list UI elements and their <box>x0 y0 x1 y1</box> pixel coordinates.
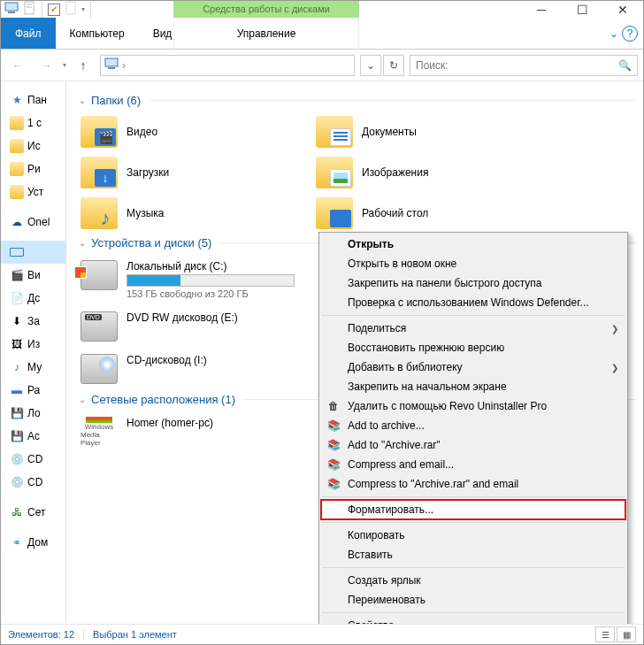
nav-ust[interactable]: Уст <box>1 180 65 203</box>
nav-documents[interactable]: 📄Дс <box>1 287 65 310</box>
maximize-button[interactable]: ☐ <box>562 0 602 22</box>
minimize-button[interactable]: ─ <box>521 0 562 22</box>
nav-1c[interactable]: 1 с <box>1 111 65 134</box>
nav-music[interactable]: ♪Му <box>1 356 65 379</box>
disk-icon: 💾 <box>10 406 24 420</box>
ctx-open-new[interactable]: Открыть в новом окне <box>321 254 625 273</box>
nav-label: Ри <box>27 163 41 175</box>
nav-label: Дс <box>27 292 40 304</box>
drive-cd[interactable]: CD-дисковод (I:) <box>79 350 309 388</box>
folder-icon <box>10 185 24 199</box>
video-icon: 🎬 <box>10 268 24 282</box>
onedrive-icon: ☁ <box>10 215 24 229</box>
ctx-shortcut[interactable]: Создать ярлык <box>321 571 625 590</box>
group-folders[interactable]: ⌄ Папки (6) <box>79 94 636 107</box>
group-label: Сетевые расположения (1) <box>91 393 235 406</box>
file-tab[interactable]: Файл <box>1 18 56 49</box>
doc-icon[interactable] <box>22 1 36 19</box>
separator <box>42 2 42 18</box>
nav-label: Ра <box>27 384 40 396</box>
contextual-header: Средства работы с дисками <box>173 1 359 18</box>
breadcrumb-bar[interactable]: › <box>100 55 355 76</box>
nav-cd1[interactable]: 💿CD <box>1 448 65 471</box>
network-icon: 🖧 <box>10 505 24 519</box>
breadcrumb-sep[interactable]: › <box>122 59 126 72</box>
qat-dropdown-icon[interactable]: ▾ <box>81 5 85 13</box>
ctx-pin-start[interactable]: Закрепить на начальном экране <box>321 377 625 396</box>
nav-is[interactable]: Ис <box>1 134 65 157</box>
ctx-library[interactable]: Добавить в библиотеку❯ <box>321 357 625 377</box>
nav-ri[interactable]: Ри <box>1 157 65 180</box>
ctx-rename[interactable]: Переименовать <box>321 590 625 610</box>
manage-tab[interactable]: Управление <box>173 18 359 50</box>
ctx-open[interactable]: Открыть <box>321 234 625 254</box>
folder-label: Загрузки <box>126 166 169 179</box>
nav-pictures[interactable]: 🖼Из <box>1 333 65 356</box>
details-view-button[interactable]: ☰ <box>595 626 615 642</box>
nav-desktop[interactable]: ▬Ра <box>1 379 65 402</box>
folder-desktop[interactable]: Рабочий стол <box>314 196 544 231</box>
navigation-pane: ★Пан 1 с Ис Ри Уст ☁Onel 🎬Ви 📄Дс ⬇За 🖼Из… <box>1 81 66 623</box>
folder-icon <box>80 157 118 188</box>
ctx-revo[interactable]: 🗑Удалить с помощью Revo Uninstaller Pro <box>321 396 625 416</box>
drive-c[interactable]: Локальный диск (C:) 153 ГБ свободно из 2… <box>79 257 309 303</box>
nav-label: Дом <box>27 536 48 549</box>
tiles-view-button[interactable]: ▦ <box>617 626 636 642</box>
nav-up-button[interactable]: ↑ <box>72 54 95 77</box>
refresh-button[interactable]: ↻ <box>383 55 404 76</box>
nav-homegroup[interactable]: ⚭Дом <box>1 531 65 554</box>
ctx-comp-email[interactable]: 📚Compress and email... <box>321 455 625 474</box>
separator <box>322 612 625 613</box>
doc-icon-2[interactable] <box>64 1 78 19</box>
ctx-paste[interactable]: Вставить <box>321 545 625 564</box>
ctx-add-rar[interactable]: 📚Add to "Archive.rar" <box>321 435 625 455</box>
nav-ac[interactable]: 💾Ас <box>1 425 65 448</box>
search-placeholder: Поиск: <box>416 59 448 72</box>
nav-cd2[interactable]: 💿CD <box>1 471 65 494</box>
help-icon[interactable]: ? <box>622 26 638 42</box>
ctx-format[interactable]: Форматировать... <box>321 500 625 519</box>
network-homer[interactable]: WindowsMedia Player Homer (homer-pc) <box>79 413 309 450</box>
nav-quick-access[interactable]: ★Пан <box>1 88 65 111</box>
nav-label: Му <box>27 361 42 373</box>
search-input[interactable]: Поиск: 🔍 <box>410 55 638 76</box>
ctx-pin-quick[interactable]: Закрепить на панели быстрого доступа <box>321 273 625 293</box>
drive-label: DVD RW дисковод (E:) <box>126 311 238 324</box>
nav-network[interactable]: 🖧Сет <box>1 501 65 524</box>
folder-icon <box>10 116 24 130</box>
nav-downloads[interactable]: ⬇За <box>1 310 65 333</box>
nav-label: Ас <box>27 430 40 442</box>
chevron-right-icon: ❯ <box>611 363 618 372</box>
nav-videos[interactable]: 🎬Ви <box>1 264 65 287</box>
ctx-add-archive[interactable]: 📚Add to archive... <box>321 416 625 435</box>
ctx-share[interactable]: Поделиться❯ <box>321 319 625 338</box>
folder-downloads[interactable]: Загрузки <box>79 155 309 190</box>
ctx-comp-rar-email[interactable]: 📚Compress to "Archive.rar" and email <box>321 474 625 494</box>
folder-icon <box>316 157 353 188</box>
ctx-restore[interactable]: Восстановить прежнюю версию <box>321 338 625 357</box>
svg-rect-1 <box>8 12 15 13</box>
network-label: Homer (homer-pc) <box>126 417 213 429</box>
nav-label: Ви <box>27 269 41 281</box>
context-menu: Открыть Открыть в новом окне Закрепить н… <box>318 232 628 638</box>
nav-onedrive[interactable]: ☁Onel <box>1 211 65 234</box>
ctx-copy[interactable]: Копировать <box>321 526 625 545</box>
ribbon-collapse-icon[interactable]: ⌄ <box>610 27 618 40</box>
drive-dvd[interactable]: DVD RW дисковод (E:) <box>79 308 309 345</box>
separator <box>322 522 625 523</box>
properties-checkbox-icon[interactable]: ✔ <box>48 4 60 16</box>
folder-pictures[interactable]: Изображения <box>314 155 544 190</box>
svg-rect-7 <box>108 67 115 69</box>
nav-back-button[interactable]: ← <box>6 54 29 77</box>
nav-label: Уст <box>27 186 43 198</box>
folder-music[interactable]: Музыка <box>79 196 309 231</box>
computer-tab[interactable]: Компьютер <box>56 18 139 49</box>
nav-disk-c[interactable]: 💾Ло <box>1 402 65 425</box>
folder-documents[interactable]: Документы <box>314 114 544 150</box>
ctx-defender[interactable]: Проверка с использованием Windows Defend… <box>321 293 625 312</box>
addr-dropdown-button[interactable]: ⌄ <box>360 55 381 76</box>
history-dropdown-icon[interactable]: ▾ <box>63 61 66 69</box>
folder-video[interactable]: Видео <box>79 114 309 150</box>
nav-this-pc[interactable] <box>1 241 65 264</box>
chevron-right-icon: ❯ <box>611 324 618 334</box>
